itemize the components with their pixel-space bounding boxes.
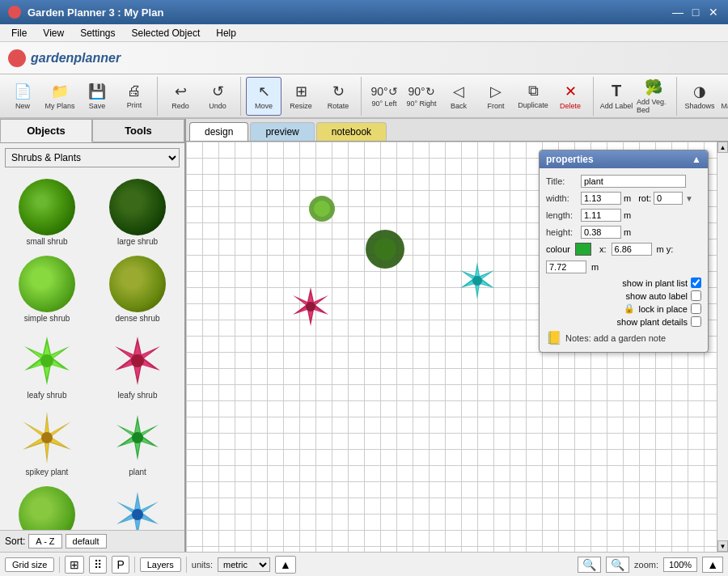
close-button[interactable]: ✕ <box>707 6 720 19</box>
toolbar-add-label[interactable]: T Add Label <box>599 77 634 116</box>
prop-x-input[interactable] <box>612 243 652 256</box>
prop-y-input[interactable] <box>546 260 586 273</box>
properties-panel: properties ▲ Title: width: <box>539 150 709 353</box>
properties-arrow[interactable]: ▲ <box>692 154 701 165</box>
zoom-out-button[interactable]: 🔍 <box>578 557 601 573</box>
minimize-button[interactable]: — <box>671 6 684 19</box>
show-plant-list-checkbox[interactable] <box>691 277 701 288</box>
plant-item-plant3[interactable]: plant <box>94 483 181 530</box>
toolbar-front[interactable]: ▷ Front <box>478 77 514 116</box>
layers-button[interactable]: Layers <box>140 557 181 572</box>
grid-size-button[interactable]: Grid size <box>5 557 54 572</box>
colour-swatch[interactable] <box>575 243 591 256</box>
plant-item-leafy-red[interactable]: leafy shrub <box>94 329 181 403</box>
prop-height-input[interactable] <box>581 226 621 239</box>
prop-width-input[interactable] <box>581 192 621 205</box>
canvas-plant-2[interactable] <box>364 228 406 273</box>
leafy-red-label: leafy shrub <box>118 391 158 400</box>
toolbar-duplicate[interactable]: ⧉ Duplicate <box>515 77 551 116</box>
plant-item-plant1[interactable]: plant <box>94 406 181 480</box>
plant-item-spikey[interactable]: spikey plant <box>3 406 91 480</box>
plant-item-leafy-green[interactable]: leafy shrub <box>3 329 91 403</box>
grid-dots-button[interactable]: ⠿ <box>89 556 107 574</box>
toolbar-print[interactable]: 🖨 Print <box>116 77 152 116</box>
rot-arrow[interactable]: ▼ <box>685 194 693 203</box>
menu-selected-object[interactable]: Selected Object <box>125 26 207 40</box>
prop-height-row: height: m <box>546 226 701 239</box>
toolbar-move[interactable]: ↖ Move <box>246 77 281 116</box>
prop-show-plant-list-row: show in plant list <box>546 277 701 288</box>
canvas-wrapper: properties ▲ Title: width: <box>186 142 728 552</box>
sort-default-button[interactable]: default <box>66 534 107 548</box>
vertical-scroll-track[interactable] <box>717 153 728 540</box>
category-select[interactable]: Shrubs & Plants Vegetables Fruits Trees … <box>5 148 180 167</box>
canvas-plant-1[interactable] <box>307 194 336 226</box>
grid-canvas[interactable]: properties ▲ Title: width: <box>186 142 717 552</box>
lock-in-place-checkbox[interactable] <box>691 303 701 314</box>
tab-objects[interactable]: Objects <box>0 119 92 142</box>
toolbar-back[interactable]: ◁ Back <box>441 77 476 116</box>
toolbar-redo[interactable]: ↩ Redo <box>163 77 198 116</box>
zoom-max-button[interactable]: ▲ <box>702 557 723 573</box>
toolbar-max-grid[interactable]: ⊞ Max. Grid <box>719 77 728 116</box>
plant-item-simple-shrub[interactable]: simple shrub <box>3 252 91 326</box>
sort-label: Sort: <box>5 536 25 547</box>
svg-point-2 <box>40 354 53 367</box>
toolbar-add-vegbed[interactable]: 🥦 Add Veg. Bed <box>636 77 671 116</box>
canvas-plant-3[interactable] <box>290 286 332 330</box>
status-sep-1 <box>59 557 60 573</box>
tab-tools[interactable]: Tools <box>92 119 184 142</box>
prop-length-input[interactable] <box>581 209 621 222</box>
menu-file[interactable]: File <box>5 26 33 40</box>
save-icon: 💾 <box>88 83 106 100</box>
prop-title-input[interactable] <box>581 175 686 188</box>
toolbar-rotate[interactable]: ↻ Rotate <box>320 77 356 116</box>
undo-icon: ↺ <box>212 83 224 100</box>
tab-design[interactable]: design <box>189 122 248 141</box>
canvas-scroll[interactable]: properties ▲ Title: width: <box>186 142 717 552</box>
toolbar-rotate-right[interactable]: 90°↻ 90° Right <box>404 77 439 116</box>
toolbar-shadows[interactable]: ◑ Shadows <box>682 77 717 116</box>
large-shrub-icon <box>109 179 166 235</box>
menu-view[interactable]: View <box>36 26 70 40</box>
scroll-down-button[interactable]: ▼ <box>717 540 728 552</box>
toolbar-group-file: 📄 New 📁 My Plans 💾 Save 🖨 Print <box>5 77 158 116</box>
maximize-button[interactable]: □ <box>689 6 702 19</box>
window-title: Garden Planner 3 : My Plan <box>28 6 671 19</box>
zoom-label: zoom: <box>634 560 658 570</box>
plant-item-dense-shrub[interactable]: dense shrub <box>94 252 181 326</box>
menu-help[interactable]: Help <box>210 26 243 40</box>
toolbar-new[interactable]: 📄 New <box>5 77 40 116</box>
resize-icon: ⊞ <box>295 83 307 100</box>
menu-settings[interactable]: Settings <box>74 26 121 40</box>
plant-grid: small shrub large shrub simple shrub den… <box>0 172 184 530</box>
scroll-up-button[interactable]: ▲ <box>717 142 728 153</box>
toolbar-save[interactable]: 💾 Save <box>79 77 115 116</box>
plant-item-plant2[interactable]: plant <box>3 483 91 530</box>
small-shrub-icon <box>19 179 75 235</box>
prop-lock-row: 🔒 lock in place <box>546 303 701 314</box>
p-button[interactable]: P <box>112 556 129 574</box>
toolbar-rotate-left[interactable]: 90°↺ 90° Left <box>366 77 402 116</box>
toolbar-undo[interactable]: ↺ Undo <box>200 77 235 116</box>
leafy-green-label: leafy shrub <box>28 391 67 400</box>
units-select[interactable]: metric imperial <box>218 557 270 572</box>
sort-az-button[interactable]: A - Z <box>28 534 61 548</box>
tab-preview[interactable]: preview <box>250 122 314 141</box>
canvas-plant-4[interactable] <box>457 260 497 303</box>
units-up-button[interactable]: ▲ <box>275 556 296 574</box>
show-auto-label-checkbox[interactable] <box>691 290 701 301</box>
redo-icon: ↩ <box>175 83 187 100</box>
prop-rot-input[interactable] <box>654 192 683 205</box>
zoom-in-button[interactable]: 🔍 <box>606 557 629 573</box>
plant-item-large-shrub[interactable]: large shrub <box>94 176 181 249</box>
canvas-tabs: design preview notebook <box>186 119 728 142</box>
toolbar-myplans[interactable]: 📁 My Plans <box>42 77 78 116</box>
prop-show-plant-list-label: show in plant list <box>622 278 688 288</box>
toolbar-resize[interactable]: ⊞ Resize <box>283 77 319 116</box>
plant-item-small-shrub[interactable]: small shrub <box>3 176 91 249</box>
tab-notebook[interactable]: notebook <box>316 122 387 141</box>
show-plant-details-checkbox[interactable] <box>691 316 701 327</box>
grid-icon-button[interactable]: ⊞ <box>65 556 84 574</box>
toolbar-delete[interactable]: ✕ Delete <box>552 77 588 116</box>
